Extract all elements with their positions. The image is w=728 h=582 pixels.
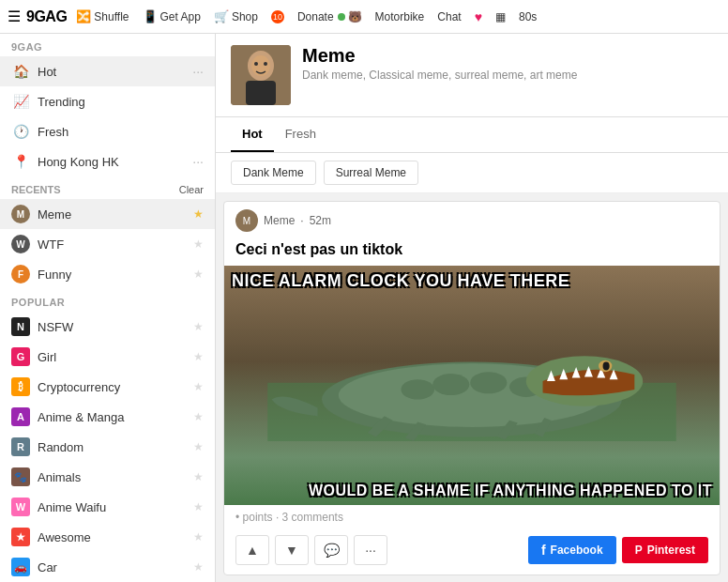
downvote-button[interactable]: ▼ <box>275 535 309 565</box>
meme-avatar-svg <box>231 45 291 105</box>
popular-star[interactable]: ★ <box>193 410 204 423</box>
location-icon: 📍 <box>11 152 30 171</box>
sidebar-item-popular-girl[interactable]: G Girl ★ <box>0 342 215 372</box>
upvote-button[interactable]: ▲ <box>235 535 269 565</box>
sidebar-hongkong-label: Hong Kong HK <box>38 155 192 169</box>
sidebar-item-popular-anime-&-manga[interactable]: A Anime & Manga ★ <box>0 402 215 432</box>
tab-fresh[interactable]: Fresh <box>274 117 327 152</box>
nav-notifications[interactable]: 10 <box>267 10 288 23</box>
popular-icon: G <box>11 347 30 366</box>
post-image: NICE ALARM CLOCK YOU HAVE THERE <box>224 266 720 505</box>
tab-hot[interactable]: Hot <box>231 117 274 152</box>
popular-label: Girl <box>38 350 190 364</box>
popular-icon: N <box>11 317 30 336</box>
wtf-star[interactable]: ★ <box>193 237 204 251</box>
sidebar-item-popular-animals[interactable]: 🐾 Animals ★ <box>0 462 215 492</box>
sidebar-item-hongkong[interactable]: 📍 Hong Kong HK ··· <box>0 146 215 176</box>
nav-shop[interactable]: 🛒 Shop <box>210 9 262 24</box>
nav-donate[interactable]: Donate 🐻 <box>294 10 366 23</box>
stats-icon: ▦ <box>495 10 506 23</box>
sidebar-item-hot[interactable]: 🏠 Hot ··· <box>0 56 215 86</box>
more-button[interactable]: ··· <box>354 535 387 565</box>
svg-rect-2 <box>246 81 276 105</box>
meme-header: Meme Dank meme, Classical meme, surreal … <box>216 34 728 117</box>
svg-point-11 <box>470 372 507 393</box>
meme-bottom-text: WOULD BE A SHAME IF ANYTHING HAPPENED TO… <box>309 482 712 499</box>
sidebar-item-meme[interactable]: M Meme ★ <box>0 199 215 229</box>
popular-list: N NSFW ★ G Girl ★ ₿ Cryptocurrency ★ A A… <box>0 312 215 582</box>
popular-label: Car <box>38 560 190 574</box>
svg-point-5 <box>264 62 267 66</box>
recents-header: Recents Clear <box>0 176 215 199</box>
bear-icon: 🐻 <box>348 10 362 23</box>
post-time: 52m <box>310 214 331 227</box>
comment-button[interactable]: 💬 <box>314 535 348 565</box>
popular-star[interactable]: ★ <box>193 380 204 393</box>
nav-heart[interactable]: ♥ <box>471 9 486 24</box>
meme-top-text: NICE ALARM CLOCK YOU HAVE THERE <box>232 271 712 291</box>
croc-illustration <box>232 291 712 482</box>
popular-label: Random <box>38 440 190 454</box>
sidebar-item-popular-awesome[interactable]: ★ Awesome ★ <box>0 522 215 552</box>
nav-80s[interactable]: 80s <box>515 10 540 23</box>
clear-button[interactable]: Clear <box>179 184 204 195</box>
nav-stats[interactable]: ▦ <box>492 10 509 23</box>
sidebar-item-popular-anime-waifu[interactable]: W Anime Waifu ★ <box>0 492 215 522</box>
sidebar-item-popular-nsfw[interactable]: N NSFW ★ <box>0 312 215 342</box>
popular-star[interactable]: ★ <box>193 440 204 453</box>
meme-image: NICE ALARM CLOCK YOU HAVE THERE <box>224 266 720 505</box>
popular-label: Animals <box>38 470 190 484</box>
main-layout: 9GAG 🏠 Hot ··· 📈 Trending 🕐 Fresh 📍 Hong… <box>0 34 728 582</box>
sidebar-item-wtf[interactable]: W WTF ★ <box>0 229 215 259</box>
popular-icon: A <box>11 407 30 426</box>
nav-shuffle-label: Shuffle <box>94 10 129 23</box>
pinterest-share-button[interactable]: P Pinterest <box>622 537 708 563</box>
wtf-avatar: W <box>11 235 30 253</box>
popular-star[interactable]: ★ <box>193 320 204 333</box>
chip-surreal-meme[interactable]: Surreal Meme <box>324 161 418 185</box>
home-icon: 🏠 <box>11 62 30 81</box>
sidebar-item-fresh[interactable]: 🕐 Fresh <box>0 116 215 146</box>
filter-chips: Dank Meme Surreal Meme <box>216 153 728 193</box>
nav-get-app[interactable]: 📱 Get App <box>139 9 205 24</box>
mobile-icon: 📱 <box>143 9 158 24</box>
sidebar-item-popular-random[interactable]: R Random ★ <box>0 432 215 462</box>
hongkong-options-icon[interactable]: ··· <box>192 154 204 169</box>
popular-label: Cryptocurrency <box>38 380 190 394</box>
sidebar-item-popular-car[interactable]: 🚗 Car ★ <box>0 552 215 582</box>
popular-star[interactable]: ★ <box>193 500 204 513</box>
facebook-share-button[interactable]: f Facebook <box>528 536 616 564</box>
meme-subtitle: Dank meme, Classical meme, surreal meme,… <box>302 69 577 82</box>
sidebar-item-trending[interactable]: 📈 Trending <box>0 86 215 116</box>
sidebar-trending-label: Trending <box>38 95 204 109</box>
post-separator: · <box>300 214 303 227</box>
sidebar-item-funny[interactable]: F Funny ★ <box>0 259 215 289</box>
nav-motorbike[interactable]: Motorbike <box>372 10 429 23</box>
shuffle-icon: 🔀 <box>76 9 91 24</box>
popular-star[interactable]: ★ <box>193 350 204 363</box>
popular-star[interactable]: ★ <box>193 470 204 483</box>
popular-icon: W <box>11 498 30 516</box>
clock-icon: 🕐 <box>11 122 30 141</box>
svg-point-15 <box>603 362 610 371</box>
post-actions: ▲ ▼ 💬 ··· f Facebook P Pinterest <box>224 529 720 574</box>
post-stats: • points · 3 comments <box>224 505 720 529</box>
nav-shuffle[interactable]: 🔀 Shuffle <box>72 9 132 24</box>
sidebar-wtf-label: WTF <box>38 237 190 252</box>
popular-star[interactable]: ★ <box>193 530 204 544</box>
nav-chat[interactable]: Chat <box>433 10 464 23</box>
funny-star[interactable]: ★ <box>193 268 204 281</box>
heart-icon: ♥ <box>475 9 482 24</box>
hot-options-icon[interactable]: ··· <box>192 64 204 79</box>
facebook-label: Facebook <box>551 544 603 557</box>
funny-avatar: F <box>11 265 30 283</box>
facebook-icon: f <box>541 543 546 558</box>
popular-star[interactable]: ★ <box>193 560 204 574</box>
popular-icon: 🚗 <box>11 558 30 576</box>
croc-svg <box>232 291 712 441</box>
sidebar-item-popular-cryptocurrency[interactable]: ₿ Cryptocurrency ★ <box>0 372 215 402</box>
meme-star[interactable]: ★ <box>193 207 204 221</box>
chip-dank-meme[interactable]: Dank Meme <box>231 161 316 185</box>
hamburger-menu[interactable]: ☰ <box>8 8 21 25</box>
donate-label: Donate <box>297 10 334 23</box>
